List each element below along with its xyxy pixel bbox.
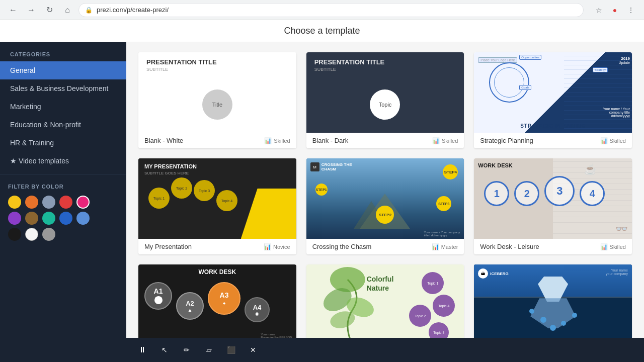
template-info-blank-white: Blank - White 📊 Skilled [138, 133, 296, 148]
close-button[interactable]: ✕ [245, 342, 261, 358]
browser-chrome: ← → ↻ ⌂ 🔒 prezi.com/p/create-prezi/ ☆ ● … [0, 0, 644, 20]
menu-icon[interactable]: ⋮ [624, 3, 638, 17]
pause-icon: ⏸ [138, 345, 146, 354]
templates-grid: PRESENTATION TITLE SUBTITLE Title Blank … [138, 52, 632, 338]
template-card-crossing[interactable]: M CROSSING THECHASM STEP4 STEP1 STEP2 ST… [306, 158, 464, 254]
sidebar: CATEGORIES General Sales & Business Deve… [0, 42, 126, 362]
color-white[interactable] [25, 228, 38, 241]
draw-icon: ✏ [184, 346, 190, 354]
erase-icon: ▱ [206, 346, 212, 354]
home-button[interactable]: ⌂ [60, 3, 74, 17]
browser-actions: ☆ ● ⋮ [592, 3, 638, 17]
template-info-crossing: Crossing the Chasm 📊 Master [306, 239, 464, 254]
video-icon: ⬛ [227, 346, 235, 354]
workdesk-name: Work Desk - Leisure [480, 243, 539, 250]
sidebar-item-education[interactable]: Education & Non-profit [0, 116, 126, 134]
template-card-blank-white[interactable]: PRESENTATION TITLE SUBTITLE Title Blank … [138, 52, 296, 148]
color-placeholder [94, 196, 107, 209]
template-preview-my-presentation: MY PRESENTATION SUBTITLE GOES HERE Topic… [138, 158, 296, 239]
lock-icon: 🔒 [85, 7, 93, 14]
template-card-blank-dark[interactable]: PRESENTATION TITLE SUBTITLE Topic Blank … [306, 52, 464, 148]
color-lightblue[interactable] [76, 212, 90, 225]
back-button[interactable]: ← [6, 3, 20, 17]
color-orange[interactable] [25, 196, 38, 209]
workdesk-level-icon: 📊 [600, 243, 608, 250]
color-purple[interactable] [8, 212, 21, 225]
bw-name: Blank - White [144, 137, 183, 144]
color-brown[interactable] [25, 212, 38, 225]
color-black[interactable] [8, 228, 21, 241]
template-preview-iceberg: 🏔 ICEBERG Your nameyour company [474, 264, 632, 338]
pause-button[interactable]: ⏸ [134, 342, 150, 358]
draw-button[interactable]: ✏ [179, 342, 195, 358]
svg-point-0 [330, 267, 365, 292]
template-info-my-presentation: My Presentation 📊 Novice [138, 239, 296, 254]
filter-color-label: FILTER BY COLOR [8, 184, 118, 190]
address-bar[interactable]: 🔒 prezi.com/p/create-prezi/ [78, 3, 584, 17]
strategic-name: Strategic Planning [480, 137, 533, 144]
bd-level: 📊 Skilled [432, 137, 458, 144]
template-card-iceberg[interactable]: 🏔 ICEBERG Your nameyour company [474, 264, 632, 338]
mp-level-icon: 📊 [264, 243, 271, 250]
template-preview-blank-white: PRESENTATION TITLE SUBTITLE Title [138, 52, 296, 133]
template-card-workdesk-agenda[interactable]: WORK DESK A1 A2 ▲ [138, 264, 296, 338]
mp-subtitle: SUBTITLE GOES HERE [144, 171, 189, 175]
template-info-workdesk: Work Desk - Leisure 📊 Skilled [474, 239, 632, 254]
template-card-strategic[interactable]: Place Your Logo Here Opportunities Strat… [474, 52, 632, 148]
bd-title: PRESENTATION TITLE [314, 58, 456, 66]
color-filter-section: FILTER BY COLOR [0, 174, 126, 247]
bottom-toolbar: ⏸ ↖ ✏ ▱ ⬛ ✕ [126, 338, 644, 362]
sidebar-item-video[interactable]: ★ Video templates [0, 152, 126, 170]
main-layout: CATEGORIES General Sales & Business Deve… [0, 42, 644, 362]
bw-level-icon: 📊 [264, 137, 272, 144]
color-gray[interactable] [42, 228, 55, 241]
sidebar-item-general[interactable]: General [0, 61, 126, 79]
sidebar-item-hr[interactable]: HR & Training [0, 134, 126, 152]
crossing-level-icon: 📊 [432, 243, 439, 250]
bd-circle: Topic [370, 89, 400, 120]
crossing-name: Crossing the Chasm [312, 243, 372, 250]
close-icon: ✕ [250, 346, 256, 354]
forward-button[interactable]: → [24, 3, 38, 17]
mp-level: 📊 Novice [264, 243, 290, 250]
color-blue[interactable] [59, 212, 72, 225]
color-pink[interactable] [76, 196, 90, 209]
template-card-workdesk[interactable]: WORK DESK 1 2 3 4 👓 [474, 158, 632, 254]
template-preview-crossing: M CROSSING THECHASM STEP4 STEP1 STEP2 ST… [306, 158, 464, 239]
select-button[interactable]: ↖ [156, 342, 173, 358]
sidebar-item-marketing[interactable]: Marketing [0, 98, 126, 116]
bw-circle: Title [202, 89, 232, 120]
template-preview-strategic: Place Your Logo Here Opportunities Strat… [474, 52, 632, 133]
video-button[interactable]: ⬛ [223, 342, 239, 358]
workdesk-level: 📊 Skilled [600, 243, 626, 250]
mp-topic1: Topic 1 [148, 188, 170, 209]
template-card-colorful-nature[interactable]: Topic 1 Topic 4 Topic 2 Topic 3 Colorful… [306, 264, 464, 338]
page-title: Choose a template [284, 26, 360, 36]
color-grid [8, 196, 118, 241]
strategic-level-icon: 📊 [600, 137, 608, 144]
crossing-level: 📊 Master [432, 243, 458, 250]
sidebar-item-sales[interactable]: Sales & Business Development [0, 79, 126, 98]
bookmark-icon[interactable]: ☆ [592, 3, 606, 17]
mp-topic4: Topic 4 [216, 190, 237, 211]
bd-level-icon: 📊 [432, 137, 440, 144]
template-preview-blank-dark: PRESENTATION TITLE SUBTITLE Topic [306, 52, 464, 133]
bd-name: Blank - Dark [312, 137, 349, 144]
strategic-level: 📊 Skilled [600, 137, 626, 144]
template-info-blank-dark: Blank - Dark 📊 Skilled [306, 133, 464, 148]
mp-topic3: Topic 3 [194, 180, 215, 201]
color-red[interactable] [59, 196, 72, 209]
color-slate[interactable] [42, 196, 55, 209]
erase-button[interactable]: ▱ [201, 342, 217, 358]
color-teal[interactable] [42, 212, 55, 225]
prezi-icon[interactable]: ● [608, 3, 622, 17]
refresh-button[interactable]: ↻ [42, 3, 56, 17]
template-preview-workdesk: WORK DESK 1 2 3 4 👓 [474, 158, 632, 239]
categories-label: CATEGORIES [0, 42, 126, 61]
url-text: prezi.com/p/create-prezi/ [97, 6, 169, 14]
bd-subtitle: SUBTITLE [314, 67, 456, 72]
mp-title: MY PRESENTATION [144, 163, 197, 169]
bw-subtitle: SUBTITLE [146, 67, 288, 72]
template-card-my-presentation[interactable]: MY PRESENTATION SUBTITLE GOES HERE Topic… [138, 158, 296, 254]
color-yellow[interactable] [8, 196, 21, 209]
